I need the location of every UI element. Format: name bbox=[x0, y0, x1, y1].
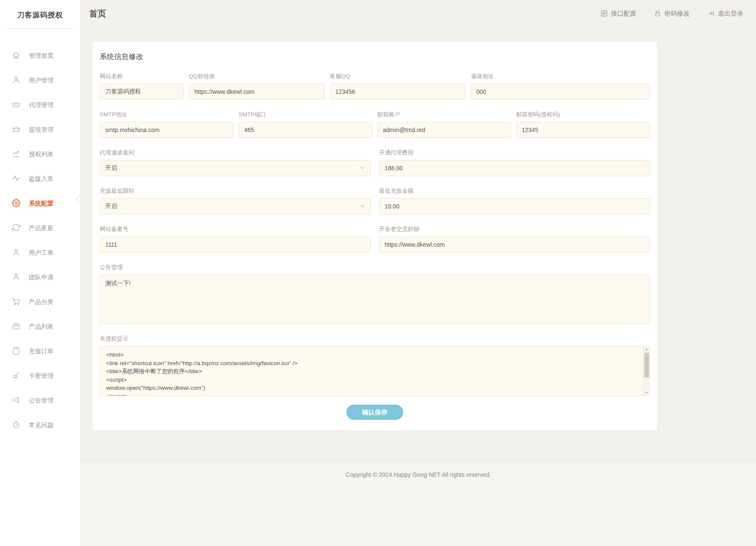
api-config-button[interactable]: 接口配置 bbox=[601, 10, 636, 18]
sidebar-item-system-config[interactable]: 系统配置 bbox=[0, 191, 80, 216]
sidebar-item-label: 用户工单 bbox=[29, 249, 53, 257]
announcement-textarea[interactable]: 测试一下! bbox=[100, 275, 650, 324]
sidebar-item-product-update[interactable]: 产品更新 bbox=[0, 216, 80, 240]
unauthorized-tip-label: 未授权提示 bbox=[100, 335, 650, 343]
logout-button[interactable]: 退出登录 bbox=[708, 10, 743, 18]
logout-label: 退出登录 bbox=[718, 10, 743, 18]
agent-rebate-label: 代理邀请返利 bbox=[100, 149, 371, 157]
change-password-button[interactable]: 密码修改 bbox=[654, 10, 690, 18]
field-site-name: 网站名称 bbox=[100, 73, 184, 100]
sidebar-item-product-category[interactable]: 产品分类 bbox=[0, 290, 80, 314]
sidebar-item-agent-management[interactable]: 代理管理 bbox=[0, 93, 80, 117]
agent-rebate-value: 开启 bbox=[105, 164, 117, 172]
field-invite-address: 邀请地址 bbox=[471, 73, 650, 100]
icp-number-input[interactable] bbox=[100, 236, 371, 253]
save-button[interactable]: 确认保存 bbox=[346, 405, 403, 420]
stopwatch-icon bbox=[12, 420, 20, 430]
sidebar-item-user-tickets[interactable]: 用户工单 bbox=[0, 240, 80, 265]
content-area: 系统信息修改 网站名称 QQ群链接 客服QQ 邀请地址 bbox=[81, 28, 756, 461]
invite-address-input[interactable] bbox=[471, 84, 650, 100]
copyright-text: Copyright © 2024.Happy Gong NET All righ… bbox=[346, 471, 491, 478]
field-dev-group: 开发者交流群聊 bbox=[379, 225, 650, 253]
sidebar-item-admin-home[interactable]: 管理首页 bbox=[0, 43, 80, 68]
scroll-up-icon[interactable]: ▲ bbox=[644, 346, 649, 352]
crown-icon bbox=[12, 100, 20, 110]
sidebar-item-user-management[interactable]: 用户管理 bbox=[0, 68, 80, 93]
crown-icon bbox=[12, 125, 20, 135]
sidebar-item-label: 产品分类 bbox=[29, 298, 53, 306]
form-row-3: 代理邀请返利 开启 开通代理费用 bbox=[100, 149, 650, 176]
min-recharge-input[interactable] bbox=[379, 198, 650, 214]
dev-group-label: 开发者交流群聊 bbox=[379, 225, 650, 233]
smtp-host-label: SMTP地址 bbox=[100, 111, 233, 118]
smtp-host-input[interactable] bbox=[100, 122, 233, 138]
gear-icon bbox=[12, 199, 20, 208]
form-row-4: 充值最低限制 开启 最低充值金额 bbox=[100, 187, 650, 214]
sidebar-item-product-list[interactable]: 产品列表 bbox=[0, 314, 80, 339]
email-account-input[interactable] bbox=[377, 122, 511, 138]
sidebar-item-label: 管理首页 bbox=[29, 52, 53, 60]
email-password-input[interactable] bbox=[516, 122, 650, 138]
change-password-label: 密码修改 bbox=[664, 10, 690, 18]
sidebar-item-label: 代理管理 bbox=[29, 101, 53, 109]
smtp-port-label: SMTP端口 bbox=[239, 111, 372, 118]
service-qq-input[interactable] bbox=[330, 84, 466, 100]
lock-icon bbox=[654, 10, 661, 18]
field-agent-rebate: 代理邀请返利 开启 bbox=[100, 149, 371, 176]
sidebar-item-recharge-orders[interactable]: 充值订单 bbox=[0, 339, 80, 363]
sidebar-item-team-application[interactable]: 团队申请 bbox=[0, 265, 80, 290]
sidebar-item-label: 盗版入库 bbox=[29, 175, 53, 183]
chevron-down-icon bbox=[360, 165, 365, 172]
field-smtp-host: SMTP地址 bbox=[100, 111, 233, 138]
unauthorized-tip-textarea[interactable]: <html> <link rel="shortcut icon" href="h… bbox=[100, 346, 650, 396]
sidebar-item-label: 产品列表 bbox=[29, 323, 53, 331]
scrollbar[interactable]: ▲ ▼ bbox=[643, 346, 649, 396]
sidebar-item-label: 提现管理 bbox=[29, 126, 53, 134]
api-config-icon bbox=[601, 10, 608, 18]
divider bbox=[7, 28, 73, 29]
icp-number-label: 网站备案号 bbox=[100, 225, 371, 233]
sidebar-menu: 管理首页 用户管理 代理管理 提现管理 授权列表 盗版入库 系统配置 bbox=[0, 36, 80, 437]
agent-fee-input[interactable] bbox=[379, 160, 650, 176]
footer: Copyright © 2024.Happy Gong NET All righ… bbox=[81, 461, 756, 546]
user-icon bbox=[12, 76, 20, 85]
form-row-announcement: 公告管理 测试一下! bbox=[100, 264, 650, 324]
user-icon bbox=[12, 273, 20, 282]
field-service-qq: 客服QQ bbox=[330, 73, 466, 100]
system-settings-card: 系统信息修改 网站名称 QQ群链接 客服QQ 邀请地址 bbox=[93, 42, 657, 430]
field-min-recharge: 最低充值金额 bbox=[379, 187, 650, 214]
scrollbar-thumb[interactable] bbox=[644, 353, 649, 377]
scroll-down-icon[interactable]: ▼ bbox=[644, 390, 649, 396]
sidebar-item-label: 公告管理 bbox=[29, 397, 53, 405]
sidebar-item-announcement-management[interactable]: 公告管理 bbox=[0, 388, 80, 413]
sidebar-item-label: 充值订单 bbox=[29, 347, 53, 355]
sidebar-item-label: 常见问题 bbox=[29, 421, 53, 429]
submit-row: 确认保存 bbox=[100, 405, 650, 420]
dev-group-input[interactable] bbox=[379, 236, 650, 253]
form-row-5: 网站备案号 开发者交流群聊 bbox=[100, 225, 650, 253]
cart-icon bbox=[12, 297, 20, 307]
activity-icon bbox=[12, 174, 20, 184]
sidebar-item-label: 系统配置 bbox=[29, 200, 53, 208]
brush-icon bbox=[12, 371, 20, 381]
form-row-2: SMTP地址 SMTP端口 邮箱账户 邮箱密码(授权码) bbox=[100, 111, 650, 138]
form-row-1: 网站名称 QQ群链接 客服QQ 邀请地址 bbox=[100, 73, 650, 100]
trending-up-icon bbox=[12, 149, 20, 159]
sidebar-item-label: 团队申请 bbox=[29, 273, 53, 281]
recharge-limit-label: 充值最低限制 bbox=[100, 187, 371, 195]
sidebar-item-label: 用户管理 bbox=[29, 76, 53, 84]
site-name-input[interactable] bbox=[100, 84, 184, 100]
field-qq-group-link: QQ群链接 bbox=[189, 73, 325, 100]
smtp-port-input[interactable] bbox=[239, 122, 372, 138]
sidebar-item-withdraw-management[interactable]: 提现管理 bbox=[0, 117, 80, 142]
chevron-down-icon bbox=[360, 203, 365, 210]
sidebar-item-card-key-management[interactable]: 卡密管理 bbox=[0, 363, 80, 388]
sidebar-item-license-list[interactable]: 授权列表 bbox=[0, 142, 80, 166]
agent-rebate-select[interactable]: 开启 bbox=[100, 160, 371, 176]
sidebar-item-piracy-inbound[interactable]: 盗版入库 bbox=[0, 166, 80, 191]
topbar-actions: 接口配置 密码修改 退出登录 bbox=[601, 10, 743, 18]
recharge-limit-select[interactable]: 开启 bbox=[100, 198, 371, 214]
sidebar-item-label: 授权列表 bbox=[29, 150, 53, 158]
qq-group-link-input[interactable] bbox=[189, 84, 325, 100]
sidebar-item-faq[interactable]: 常见问题 bbox=[0, 413, 80, 437]
